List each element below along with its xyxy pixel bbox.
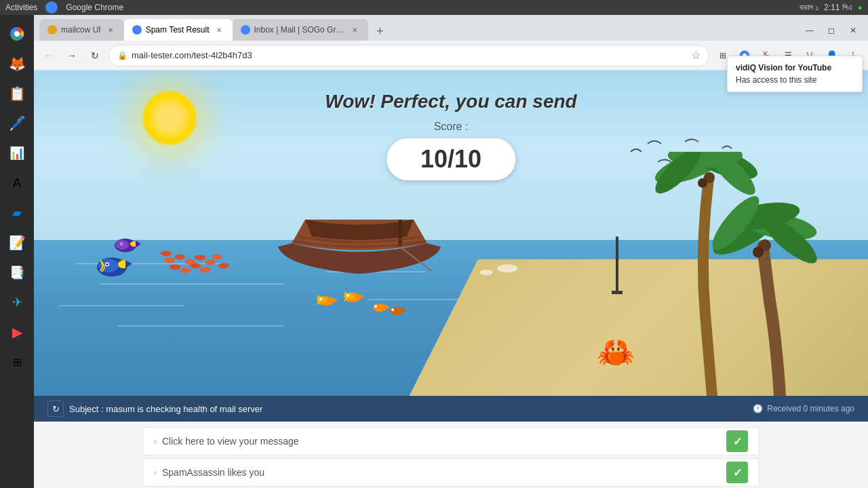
language-indicator: বভাল ১: [800, 3, 818, 12]
svg-point-1: [14, 31, 20, 37]
subject-text: Subject : masum is checking health of ma…: [69, 404, 262, 414]
svg-point-56: [374, 305, 377, 308]
fish-group-1: [156, 233, 237, 287]
bookmark-icon[interactable]: ☆: [691, 49, 701, 62]
activities-label[interactable]: Activities: [5, 3, 37, 12]
sidebar-icon-files[interactable]: 📋: [3, 80, 31, 107]
sidebar-icon-text-editor[interactable]: 🖊️: [3, 110, 31, 137]
sidebar-icon-apps[interactable]: ⊞: [3, 348, 31, 375]
fish-blue-2: [108, 226, 142, 260]
url-bar[interactable]: 🔒 mail-tester.com/test-4l2b4h7d3 ☆: [108, 45, 709, 66]
svg-point-27: [170, 264, 180, 270]
foam-1: [497, 264, 517, 272]
minimize-button[interactable]: —: [800, 23, 819, 38]
window-controls: — ◻ ✕: [795, 23, 868, 41]
os-bar-left: Activities Google Chrome: [5, 1, 123, 14]
fish-small-group: [366, 291, 407, 325]
sidebar-icon-chrome[interactable]: [3, 20, 31, 47]
svg-point-26: [205, 260, 216, 265]
os-bar: Activities Google Chrome বভাল ১ 2:11 পিএ…: [0, 0, 868, 15]
svg-point-25: [195, 255, 205, 260]
tab-mailcow-favicon: [47, 25, 57, 35]
info-bar-right: 🕐 Received 0 minutes ago: [753, 404, 854, 413]
tab-mailcow[interactable]: mailcow UI ✕: [39, 19, 124, 41]
sidebar-icon-fonts[interactable]: A: [3, 169, 31, 197]
anchor-post: [610, 237, 624, 298]
check-1: ✓: [726, 430, 748, 452]
tab-spam-favicon: [132, 25, 142, 35]
sidebar-icon-media[interactable]: ▶: [3, 319, 31, 346]
browser-content: Wow! Perfect, you can send Score : 10/10: [34, 70, 868, 488]
tab-spam-test[interactable]: Spam Test Result ✕: [124, 19, 233, 41]
svg-point-29: [190, 263, 201, 268]
svg-marker-52: [359, 294, 365, 300]
app-name-label: Google Chrome: [66, 3, 123, 12]
tabs-row: mailcow UI ✕ Spam Test Result ✕ Inbox | …: [39, 15, 390, 41]
tooltip-box: vidiQ Vision for YouTube Has access to t…: [727, 56, 863, 92]
palm-trees: [644, 152, 848, 396]
sidebar-icon-calc[interactable]: 📊: [3, 140, 31, 167]
result-spam-assassin[interactable]: › SpamAssassin likes you ✓: [142, 458, 760, 487]
sidebar-icon-vscode[interactable]: ▰: [3, 199, 31, 226]
svg-point-32: [212, 254, 222, 260]
sidebar-icon-doc[interactable]: 📝: [3, 229, 31, 256]
chrome-window: mailcow UI ✕ Spam Test Result ✕ Inbox | …: [34, 15, 868, 488]
title-bar: mailcow UI ✕ Spam Test Result ✕ Inbox | …: [34, 15, 868, 41]
tooltip-subtitle: Has access to this site: [736, 74, 854, 86]
hero-scene: Wow! Perfect, you can send Score : 10/10: [34, 70, 868, 396]
sidebar-icon-firefox[interactable]: 🦊: [3, 50, 31, 77]
check-2: ✓: [726, 462, 748, 483]
back-button[interactable]: ←: [39, 46, 58, 65]
refresh-button[interactable]: ↻: [47, 401, 64, 417]
svg-marker-58: [402, 308, 407, 313]
svg-point-31: [161, 251, 172, 256]
time-display: 2:11 পিএ: [824, 3, 852, 12]
svg-marker-43: [136, 241, 141, 247]
tab-spam-label: Spam Test Result: [146, 25, 210, 35]
sun: [142, 91, 197, 145]
tab-inbox-favicon: [241, 25, 250, 35]
svg-point-39: [106, 264, 108, 266]
info-bar: ↻ Subject : masum is checking health of …: [34, 396, 868, 422]
svg-point-59: [391, 308, 394, 311]
results-section: › Click here to view your message ✓ › Sp…: [34, 422, 868, 488]
score-label: Score :: [325, 121, 576, 133]
chevron-icon-2: ›: [154, 468, 157, 477]
close-button[interactable]: ✕: [844, 23, 863, 38]
maximize-button[interactable]: ◻: [822, 23, 841, 38]
score-badge: 10/10: [387, 138, 515, 180]
sidebar-icon-telegram[interactable]: ✈: [3, 289, 31, 316]
forward-button[interactable]: →: [62, 46, 81, 65]
result-view-message[interactable]: › Click here to view your message ✓: [142, 427, 760, 455]
info-bar-left: ↻ Subject : masum is checking health of …: [47, 401, 262, 417]
svg-point-23: [174, 254, 185, 260]
svg-point-33: [218, 263, 229, 268]
tab-inbox[interactable]: Inbox | Mail | SOGo Gro... ✕: [233, 19, 368, 41]
reload-button[interactable]: ↻: [85, 46, 104, 65]
svg-rect-21: [612, 291, 623, 294]
status-indicator: ●: [858, 3, 863, 12]
result-label-2: SpamAssassin likes you: [162, 467, 726, 478]
wave-3: [59, 305, 184, 306]
svg-point-10: [753, 247, 764, 258]
chevron-icon-1: ›: [154, 436, 157, 446]
new-tab-button[interactable]: +: [371, 22, 390, 41]
fish-tropical-1: [312, 281, 373, 321]
tab-inbox-close[interactable]: ✕: [349, 24, 360, 35]
lock-icon: 🔒: [117, 51, 127, 60]
sidebar-icon-notes[interactable]: 📑: [3, 259, 31, 286]
svg-point-30: [199, 267, 210, 272]
wave-4: [117, 325, 284, 327]
crab: 🦀: [597, 334, 635, 370]
tab-mailcow-label: mailcow UI: [61, 25, 101, 35]
app-sidebar: 🦊 📋 🖊️ 📊 A ▰ 📝 📑 ✈ ▶ ⊞: [0, 15, 34, 488]
clock-icon: 🕐: [753, 404, 763, 413]
tab-spam-close[interactable]: ✕: [214, 24, 224, 35]
svg-point-54: [373, 304, 387, 312]
svg-marker-37: [125, 260, 132, 268]
result-label-1: Click here to view your message: [162, 436, 726, 447]
os-bar-right: বভাল ১ 2:11 পিএ ●: [800, 3, 863, 12]
svg-point-45: [121, 243, 122, 245]
tab-mailcow-close[interactable]: ✕: [105, 24, 116, 35]
svg-marker-48: [332, 298, 338, 303]
